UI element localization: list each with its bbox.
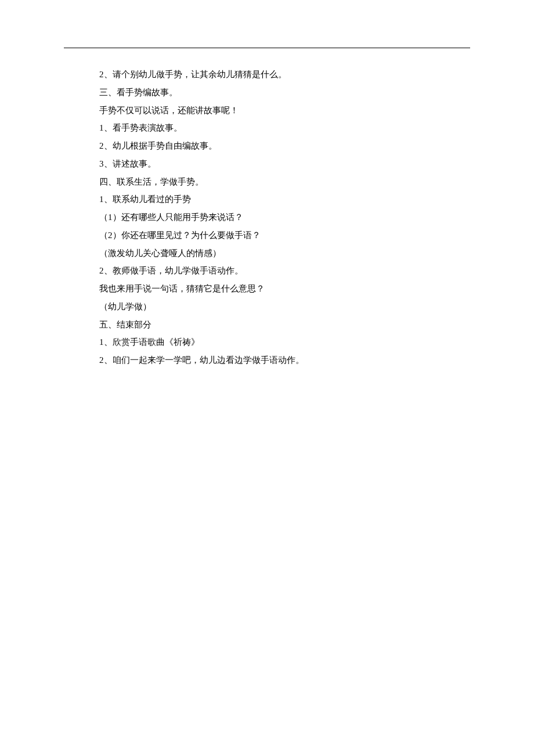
text-line: 五、结束部分: [99, 316, 447, 334]
text-line: （1）还有哪些人只能用手势来说话？: [99, 208, 447, 226]
text-line: 3、讲述故事。: [99, 155, 447, 173]
text-line: 四、联系生活，学做手势。: [99, 173, 447, 191]
text-line: 我也来用手说一句话，猜猜它是什么意思？: [99, 280, 447, 298]
text-line: （2）你还在哪里见过？为什么要做手语？: [99, 226, 447, 244]
text-line: 1、欣赏手语歌曲《祈祷》: [99, 333, 447, 351]
text-line: 2、教师做手语，幼儿学做手语动作。: [99, 262, 447, 280]
text-line: 1、看手势表演故事。: [99, 119, 447, 137]
text-line: 1、联系幼儿看过的手势: [99, 190, 447, 208]
text-line: （幼儿学做）: [99, 298, 447, 316]
text-line: 手势不仅可以说话，还能讲故事呢！: [99, 102, 447, 120]
text-line: 2、幼儿根据手势自由编故事。: [99, 137, 447, 155]
text-line: 2、咱们一起来学一学吧，幼儿边看边学做手语动作。: [99, 351, 447, 369]
horizontal-rule: [64, 48, 470, 48]
text-line: （激发幼儿关心聋哑人的情感）: [99, 244, 447, 262]
document-content: 2、请个别幼儿做手势，让其余幼儿猜猜是什么。 三、看手势编故事。 手势不仅可以说…: [99, 66, 447, 369]
text-line: 2、请个别幼儿做手势，让其余幼儿猜猜是什么。: [99, 66, 447, 84]
text-line: 三、看手势编故事。: [99, 84, 447, 102]
